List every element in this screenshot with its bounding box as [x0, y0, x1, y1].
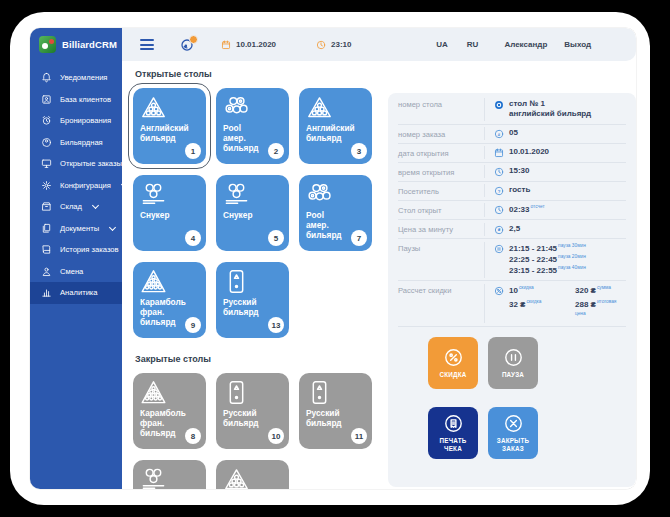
sidebar-item-label: Бильярдная [60, 138, 103, 147]
table-card[interactable]: Снукер5 [216, 175, 289, 251]
detail-value: ₴2,5 [484, 223, 626, 236]
sidebar-item-label: Аналитика [60, 288, 98, 297]
russian-table-icon [223, 268, 250, 295]
detail-value-text: 05 [509, 128, 518, 137]
table-card[interactable]: Poolамер. бильярд7 [299, 175, 372, 251]
table-card[interactable]: Русскийбильярд11 [299, 373, 372, 449]
hamburger-menu-icon[interactable] [140, 39, 154, 50]
table-number-badge: 1 [185, 143, 201, 159]
sidebar-item-label: Бронирования [60, 116, 111, 125]
print-receipt-button[interactable]: ПЕЧАТЬЧЕКА [428, 407, 478, 459]
sidebar-nav: УведомленияБаза клиентовБронированияБиль… [30, 67, 122, 304]
question-icon: ? [494, 186, 504, 196]
table-card[interactable]: Снукер [133, 460, 206, 489]
lang-ru[interactable]: RU [467, 40, 479, 49]
table-card[interactable]: Русскийбильярд13 [216, 262, 289, 338]
table-card[interactable]: Английскийбильярд [216, 460, 289, 489]
table-card[interactable]: Снукер4 [133, 175, 206, 251]
detail-row: Паузы21:15 - 21:45пауза 30мин22:25 - 22:… [398, 239, 626, 281]
bell-icon [41, 72, 52, 83]
detail-value-body: 21:15 - 21:45пауза 30мин22:25 - 22:45пау… [509, 243, 586, 277]
snooker-icon [223, 181, 250, 208]
clock-icon [494, 205, 504, 215]
sidebar-item-documents[interactable]: Документы [30, 218, 122, 240]
close-order-button[interactable]: ЗАКРЫТЬЗАКАЗ [488, 407, 538, 459]
current-date: 10.01.2020 [221, 40, 276, 50]
table-number-badge: 7 [351, 230, 367, 246]
sidebar-item-open-orders[interactable]: Открытые заказы [30, 153, 122, 175]
table-card[interactable]: Русскийбильярд10 [216, 373, 289, 449]
table-number-badge: 5 [268, 230, 284, 246]
table-number-badge: 10 [268, 428, 284, 444]
details-table: номер столастол № 1английский бильярдном… [398, 95, 626, 327]
sidebar-item-shift[interactable]: Смена [30, 261, 122, 283]
person-icon [41, 266, 52, 277]
action-button-label: ЗАКРЫТЬЗАКАЗ [497, 437, 529, 453]
sidebar-item-clients[interactable]: База клиентов [30, 89, 122, 111]
table-card-label: Русскийбильярд [223, 409, 283, 429]
content: Открытые столы Английскийбильярд1Poolаме… [122, 61, 636, 489]
sidebar-item-analytics[interactable]: Аналитика [30, 282, 122, 304]
action-button-label-line: СКИДКА [440, 371, 467, 379]
action-button-label: СКИДКА [440, 371, 467, 379]
hash-icon: # [494, 129, 504, 139]
table-details-panel: номер столастол № 1английский бильярдном… [388, 93, 636, 487]
detail-value-sup: пауза 40мин [558, 265, 586, 270]
detail-label: время открытия [398, 165, 484, 178]
clock-icon [494, 167, 504, 177]
detail-value-body: 10скидка320 ₴сумма32 ₴скидка288 ₴итогова… [509, 285, 626, 322]
discount-value-text: 10 [509, 286, 518, 295]
table-card[interactable]: Английскийбильярд3 [299, 88, 372, 164]
triangle-rack-icon [223, 466, 250, 489]
detail-row: Цена за минуту₴2,5 [398, 220, 626, 239]
lang-ua[interactable]: UA [436, 40, 448, 49]
detail-value-body: стол № 1английский бильярд [509, 99, 591, 121]
table-card-label-line: Снукер [223, 211, 283, 221]
brand-name: BilliardCRM [62, 39, 117, 50]
detail-value: 21:15 - 21:45пауза 30мин22:25 - 22:45пау… [484, 242, 626, 278]
detail-label: номер стола [398, 98, 484, 122]
table-card-label: Английскийбильярд [140, 124, 200, 144]
detail-value: ?гость [484, 184, 626, 197]
table-card[interactable]: Карамбольфран. бильярд9 [133, 262, 206, 338]
sidebar-item-notifications[interactable]: Уведомления [30, 67, 122, 89]
sidebar-item-order-history[interactable]: История заказов [30, 239, 122, 261]
sidebar-item-configuration[interactable]: Конфигурация [30, 175, 122, 197]
pause-button[interactable]: ПАУЗА [488, 337, 538, 389]
sidebar-item-bookings[interactable]: Бронирования [30, 110, 122, 132]
table-number-badge: 3 [351, 143, 367, 159]
sidebar-item-billiard-room[interactable]: Бильярдная [30, 132, 122, 154]
table-card-label: Снукер [223, 211, 283, 221]
discount-button[interactable]: СКИДКА [428, 337, 478, 389]
table-number-badge: 11 [351, 428, 367, 444]
notification-badge [189, 35, 198, 44]
table-card[interactable]: Карамбольфран. бильярд8 [133, 373, 206, 449]
detail-label: Стол открыт [398, 203, 484, 216]
discount-grid: 10скидка320 ₴сумма32 ₴скидка288 ₴итогова… [509, 285, 626, 322]
app-logo-icon [39, 36, 56, 53]
detail-value-text: 23:15 - 22:55 [509, 266, 557, 275]
date-text: 10.01.2020 [236, 40, 276, 49]
config-icon [41, 180, 52, 191]
sidebar-item-warehouse[interactable]: Склад [30, 196, 122, 218]
detail-value-text: 22:25 - 22:45 [509, 255, 557, 264]
russian-table-icon [223, 379, 250, 406]
notifications-icon[interactable] [180, 38, 194, 52]
user-name[interactable]: Александр [504, 40, 547, 49]
detail-value-body: 2,5 [509, 224, 520, 235]
top-header: 10.01.2020 23:10 UA RU Александр Выход [122, 28, 636, 61]
logo[interactable]: BilliardCRM [30, 28, 122, 61]
detail-value-body: 15:30 [509, 166, 529, 177]
detail-value-text: 02:33 [509, 205, 529, 214]
table-card[interactable]: Poolамер. бильярд2 [216, 88, 289, 164]
pool-cluster-icon [223, 94, 250, 121]
table-card[interactable]: Английскийбильярд1 [133, 88, 206, 164]
detail-row: Стол открыт02:33отсчет [398, 201, 626, 220]
pause-circle-icon [494, 244, 504, 254]
triangle-rack-icon [140, 94, 167, 121]
logout-button[interactable]: Выход [564, 40, 591, 49]
detail-value-sup: отсчет [530, 204, 544, 209]
detail-row: номер заказа#05 [398, 125, 626, 144]
chevron-down-icon [109, 224, 116, 231]
sidebar-item-label: Склад [60, 202, 82, 211]
